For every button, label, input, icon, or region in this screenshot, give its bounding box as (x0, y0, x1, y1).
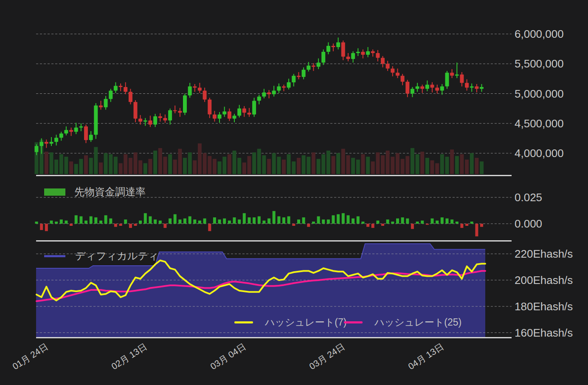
price-axis-tick-label: 4,500,000 (515, 117, 564, 130)
volume-layer (35, 140, 484, 174)
difficulty-legend-label: ディフィカルティ (75, 249, 159, 263)
hashrate-axis-tick-label: 160Ehash/s (515, 326, 573, 339)
legend-hashrate-7[interactable]: ハッシュレート(7) (234, 316, 346, 329)
price-axis-tick-label: 5,500,000 (515, 57, 564, 70)
difficulty-swatch-icon (44, 255, 65, 257)
legend-hashrate-25[interactable]: ハッシュレート(25) (344, 316, 461, 329)
hashrate25-legend-label: ハッシュレート(25) (374, 316, 461, 329)
funding-swatch-icon (44, 188, 65, 196)
price-axis-tick-label: 4,000,000 (515, 147, 564, 160)
price-axis-tick-label: 6,000,000 (515, 28, 564, 41)
hashrate-axis-tick-label: 200Ehash/s (515, 273, 573, 287)
legend-funding[interactable]: 先物資金調達率 (44, 185, 146, 199)
legend-difficulty[interactable]: ディフィカルティ (44, 249, 159, 263)
price-axis-tick-label: 5,000,000 (515, 87, 564, 100)
hashrate-axis-tick-label: 220Ehash/s (515, 247, 573, 261)
candlestick-layer (35, 37, 484, 155)
hashrate25-swatch-icon (344, 321, 363, 323)
hashrate7-swatch-icon (234, 321, 253, 323)
funding-legend-label: 先物資金調達率 (74, 185, 146, 199)
trading-chart-root: 先物資金調達率 ディフィカルティ ハッシュレート(7) ハッシュレート(25) … (0, 0, 588, 385)
hashrate7-legend-label: ハッシュレート(7) (265, 316, 346, 329)
funding-axis-tick-label: 0.000 (515, 217, 542, 230)
hashrate-axis-tick-label: 180Ehash/s (515, 300, 573, 313)
funding-bars-layer (35, 211, 484, 236)
funding-axis-tick-label: 0.025 (515, 191, 542, 204)
